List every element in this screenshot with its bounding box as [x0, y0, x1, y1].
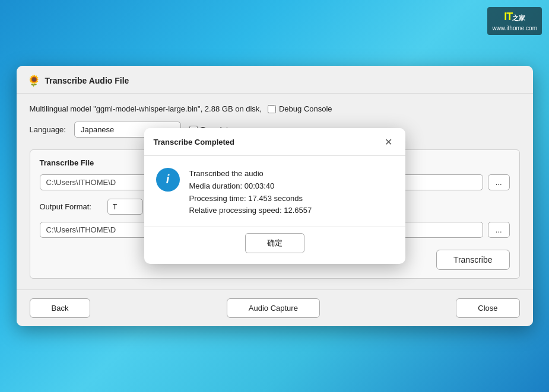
popup-line4: Relative processing speed: 12.6557 [189, 205, 393, 217]
popup-footer: 确定 [144, 227, 405, 264]
popup-content: Transcribed the audio Media duration: 00… [189, 168, 393, 217]
popup-line2: Media duration: 00:03:40 [189, 180, 393, 193]
popup-titlebar: Transcribe Completed ✕ [144, 128, 405, 156]
popup-line3: Processing time: 17.453 seconds [189, 193, 393, 205]
confirm-button[interactable]: 确定 [245, 233, 304, 253]
popup-dialog: Transcribe Completed ✕ i Transcribed the… [144, 128, 405, 264]
popup-line1: Transcribed the audio [189, 168, 393, 180]
popup-title: Transcribe Completed [154, 138, 235, 146]
info-icon: i [156, 168, 180, 192]
popup-close-button[interactable]: ✕ [382, 135, 396, 149]
popup-overlay: Transcribe Completed ✕ i Transcribed the… [0, 0, 549, 392]
popup-body: i Transcribed the audio Media duration: … [144, 156, 405, 227]
